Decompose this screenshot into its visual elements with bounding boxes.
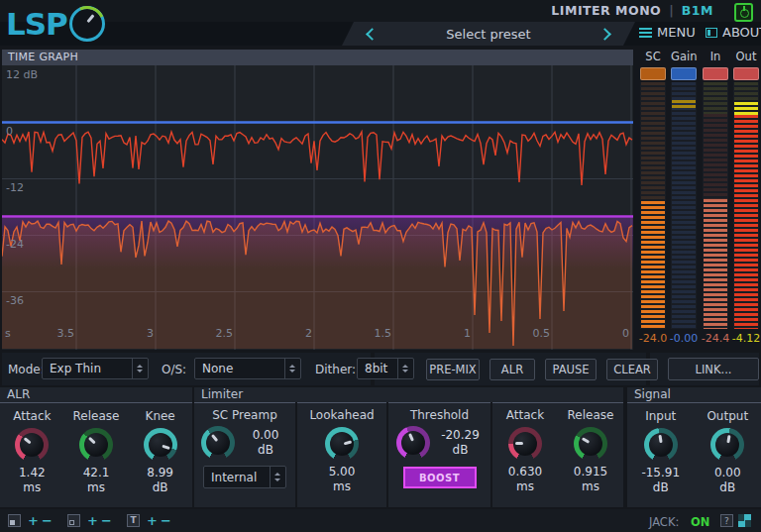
knob-value: 0.915 — [574, 465, 607, 479]
threshold-control: Threshold -20.29 dB BOOST — [388, 402, 490, 484]
knob-pointer — [139, 424, 181, 467]
threshold-knob[interactable] — [396, 426, 430, 460]
preset-selector[interactable]: Select preset — [342, 22, 635, 46]
dither-combo[interactable]: 8bit — [357, 358, 414, 379]
next-preset-icon[interactable] — [598, 28, 611, 41]
meter-bar — [640, 82, 666, 329]
meter-bar — [733, 82, 759, 329]
knee-knob[interactable] — [144, 428, 177, 462]
zoom-out-button[interactable]: − — [101, 513, 112, 528]
zoom-out-button[interactable]: − — [161, 513, 171, 528]
alr-button[interactable]: ALR — [489, 359, 535, 380]
power-icon[interactable] — [734, 3, 753, 22]
os-combo[interactable]: None — [194, 358, 301, 379]
time-label: 0 — [590, 327, 629, 340]
limiter-attack-knob[interactable] — [508, 427, 542, 461]
menu-label: MENU — [657, 25, 696, 40]
limiter-release-knob[interactable] — [574, 427, 607, 461]
spinner-icon[interactable] — [132, 359, 148, 378]
time-graph-plot: 12 dB 0 -12 -24 -36 s 3.5 3 2.5 2 1.5 1 … — [2, 65, 633, 350]
about-button[interactable]: ABOUT — [706, 25, 761, 40]
meter-value: -24.0 — [638, 332, 668, 345]
spinner-icon[interactable] — [270, 467, 285, 487]
status-bar — [0, 509, 761, 532]
meter-label: SC — [640, 50, 666, 63]
mode-combo[interactable]: Exp Thin — [42, 358, 149, 379]
knob-value: 1.42 — [19, 466, 46, 480]
time-label: 2 — [272, 327, 312, 340]
knob-pointer — [641, 426, 680, 465]
knob-pointer — [194, 419, 242, 467]
zoom-out-button[interactable]: − — [42, 513, 53, 528]
panel-scale-icon[interactable] — [8, 514, 21, 527]
knob-value: 0.00 — [253, 428, 279, 443]
text-scale-icon[interactable]: T — [127, 514, 140, 527]
signal-section: Signal Input -15.91 dB Output 0. — [627, 387, 761, 507]
time-label: 3.5 — [35, 327, 74, 340]
output-control: Output 0.00 dB — [697, 403, 758, 495]
os-value: None — [195, 362, 284, 375]
logo-text: LSP — [6, 4, 67, 44]
time-label: 2.5 — [193, 327, 233, 340]
meter-label: In — [703, 50, 728, 63]
mode-value: Exp Thin — [43, 362, 132, 375]
alr-attack-knob[interactable] — [15, 428, 49, 462]
clear-button[interactable]: CLEAR — [606, 359, 658, 380]
knob-value: -20.29 — [441, 428, 480, 443]
limiter-release-control: Release 0.915 ms — [559, 387, 622, 494]
spinner-icon[interactable] — [284, 359, 300, 378]
meter-header-box — [640, 67, 666, 80]
knob-unit: dB — [453, 443, 469, 458]
knob-unit: dB — [653, 480, 669, 495]
sc-preamp-knob[interactable] — [201, 426, 235, 460]
knob-unit: dB — [153, 480, 168, 495]
dither-value: 8bit — [358, 362, 397, 375]
db-label: -24 — [6, 238, 24, 251]
sc-mode-combo[interactable]: Internal — [203, 466, 286, 488]
preset-label[interactable]: Select preset — [446, 27, 530, 42]
pause-button[interactable]: PAUSE — [545, 359, 597, 380]
lookahead-control: Lookahead 5.00 ms — [297, 402, 386, 494]
knob-unit: ms — [87, 480, 105, 495]
waveform-canvas — [2, 65, 633, 350]
knob-label: Knee — [146, 409, 175, 424]
knob-unit: ms — [23, 480, 41, 495]
graph-scale-icon[interactable] — [67, 514, 80, 527]
prev-preset-icon[interactable] — [366, 28, 379, 41]
knob-pointer — [321, 423, 363, 465]
time-label: 0.5 — [510, 327, 550, 340]
zoom-in-button[interactable]: + — [28, 513, 39, 528]
meter-bar — [703, 82, 728, 329]
knob-unit: ms — [516, 479, 534, 494]
alr-release-knob[interactable] — [79, 428, 113, 462]
knob-pointer — [72, 421, 120, 469]
time-unit-label: s — [5, 327, 11, 340]
time-label: 3 — [114, 327, 154, 340]
checker-icon[interactable] — [738, 514, 751, 527]
zoom-in-button[interactable]: + — [147, 513, 158, 528]
lookahead-knob[interactable] — [325, 427, 359, 461]
spinner-icon[interactable] — [397, 359, 413, 378]
time-label: 1.5 — [352, 327, 391, 340]
dither-label: Dither: — [315, 363, 356, 376]
time-graph-header: TIME GRAPH — [2, 50, 633, 65]
lsp-logo: LSP — [6, 2, 105, 46]
input-knob[interactable] — [644, 428, 678, 462]
zoom-in-button[interactable]: + — [87, 513, 98, 528]
hamburger-icon — [639, 28, 652, 38]
output-knob[interactable] — [710, 428, 744, 462]
db-label: 12 dB — [6, 68, 38, 81]
gauge-icon — [69, 6, 105, 42]
title-divider: | — [669, 3, 674, 18]
knob-pointer — [390, 421, 435, 466]
boost-button[interactable]: BOOST — [403, 467, 477, 488]
knob-unit: ms — [333, 479, 351, 494]
link-button[interactable]: LINK... — [668, 358, 759, 380]
limiter-attack-control: Attack 0.630 ms — [493, 387, 557, 494]
pre-mix-button[interactable]: PRE-MIX — [426, 359, 480, 380]
menu-button[interactable]: MENU — [639, 25, 696, 40]
jack-status: ON — [691, 515, 709, 529]
meter-value: -0.00 — [669, 332, 699, 345]
knob-unit: ms — [582, 479, 599, 494]
help-icon[interactable]: ? — [720, 514, 733, 527]
